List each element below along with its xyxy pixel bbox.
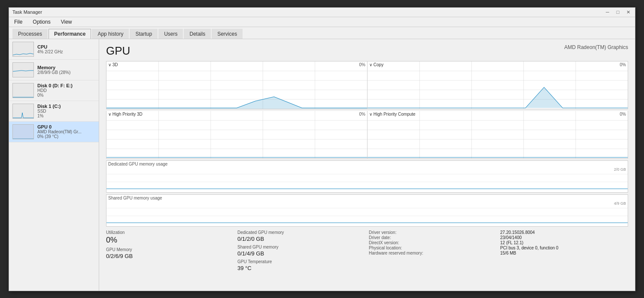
svg-rect-14 <box>106 108 367 109</box>
svg-rect-33 <box>368 111 628 158</box>
window-title: Task Manager <box>12 9 42 15</box>
tab-performance[interactable]: Performance <box>49 29 91 39</box>
disk1-info: Disk 1 (C:) SSD 1% <box>37 104 95 118</box>
stat-shared-label: Shared GPU memory <box>237 245 365 249</box>
chart-copy-pct: 0% <box>620 62 626 67</box>
svg-rect-15 <box>368 61 628 109</box>
menu-bar: File Options View <box>9 17 635 27</box>
gpu0-name: GPU 0 <box>37 124 95 129</box>
menu-file[interactable]: File <box>12 18 24 26</box>
chart-copy-collapse[interactable]: ∨ <box>369 62 372 67</box>
chart-hpc-svg <box>368 111 628 158</box>
shared-mem-capacity: 4/9 GB <box>614 201 626 206</box>
driver-date-row: Driver date: <box>369 235 497 240</box>
svg-rect-1 <box>13 63 34 77</box>
chart-3d-collapse[interactable]: ∨ <box>108 62 111 67</box>
disk1-sub: SSD <box>37 109 95 114</box>
driver-location-value: PCI bus 3, device 0, function 0 <box>500 246 559 250</box>
svg-rect-5 <box>106 61 367 109</box>
disk0-pct: 0% <box>37 93 95 98</box>
tab-startup[interactable]: Startup <box>130 29 158 39</box>
cpu-sub: 4% 2/22 GHz <box>37 49 95 54</box>
driver-version-value: 27.20.15026.8004 <box>500 230 535 235</box>
sidebar-item-disk1[interactable]: Disk 1 (C:) SSD 1% <box>9 101 99 122</box>
chart-hpc-collapse[interactable]: ∨ <box>369 112 372 117</box>
chart-3d-pct: 0% <box>359 62 365 67</box>
driver-info-left: Driver version: Driver date: DirectX ver… <box>369 230 497 271</box>
task-manager-window: Task Manager ─ □ ✕ File Options View Pro… <box>9 7 635 291</box>
driver-reserved-value: 15/6 MB <box>500 251 516 255</box>
stat-dedicated: Dedicated GPU memory 0/1/2/0 GB Shared G… <box>237 230 365 271</box>
gpu0-pct: 0% (39 °C) <box>37 134 95 139</box>
svg-rect-24 <box>106 111 367 158</box>
disk0-sub: HDD <box>37 88 95 93</box>
disk0-graph <box>13 83 34 98</box>
memory-info: Memory 2/8/9/9 GB (28%) <box>37 65 95 75</box>
charts-top-row: ∨ 3D 0% <box>106 61 628 109</box>
stat-gpu-memory-value: 0/2/6/9 GB <box>106 253 234 259</box>
title-bar: Task Manager ─ □ ✕ <box>9 8 635 17</box>
sidebar-item-memory[interactable]: Memory 2/8/9/9 GB (28%) <box>9 60 99 80</box>
cpu-info: CPU 4% 2/22 GHz <box>37 44 95 54</box>
driver-version-label: Driver version: <box>369 230 396 235</box>
driver-reserved-val-row: 15/6 MB <box>500 251 628 255</box>
driver-version-row: Driver version: <box>369 230 497 235</box>
disk1-name: Disk 1 (C:) <box>37 104 95 109</box>
chart-hp3d-svg <box>106 111 367 158</box>
chart-hp3d-collapse[interactable]: ∨ <box>108 112 111 117</box>
tab-details[interactable]: Details <box>184 29 211 39</box>
driver-date-value: 23/04/1400 <box>500 235 522 240</box>
disk0-info: Disk 0 (D: F: E:) HDD 0% <box>37 83 95 98</box>
driver-location-label: Physical location: <box>369 246 402 250</box>
svg-rect-3 <box>13 104 34 119</box>
stat-dedicated-label: Dedicated GPU memory <box>237 230 365 235</box>
shared-mem-section: Shared GPU memory usage 4/9 GB <box>106 194 628 227</box>
gpu0-sub: AMD Radeon(TM) Gr... <box>37 129 95 134</box>
chart-3d-svg <box>106 61 367 109</box>
driver-directx-value: 12 (FL 12.1) <box>500 240 523 245</box>
chart-copy-svg <box>368 61 628 109</box>
svg-rect-45 <box>106 200 628 224</box>
chart-hpc: ∨ High Priority Compute 0% <box>367 111 628 159</box>
driver-date-label: Driver date: <box>369 235 391 240</box>
memory-name: Memory <box>37 65 95 70</box>
disk0-thumb <box>12 83 34 98</box>
stat-temp-label: GPU Temperature <box>237 259 365 264</box>
driver-version-val-row: 27.20.15026.8004 <box>500 230 628 235</box>
driver-reserved-label: Hardware reserved memory: <box>369 251 423 255</box>
tab-users[interactable]: Users <box>158 29 183 39</box>
stats-grid: Utilization 0% GPU Memory 0/2/6/9 GB Ded… <box>106 230 628 271</box>
gpu0-graph <box>13 125 34 139</box>
sidebar-item-gpu0[interactable]: GPU 0 AMD Radeon(TM) Gr... 0% (39 °C) <box>9 122 99 142</box>
dedicated-mem-svg <box>106 166 628 190</box>
tabs-bar: Processes Performance App history Startu… <box>9 27 635 39</box>
cpu-graph <box>13 42 34 57</box>
maximize-button[interactable]: □ <box>614 9 621 15</box>
cpu-thumb <box>12 42 34 57</box>
minimize-button[interactable]: ─ <box>604 9 611 15</box>
sidebar-item-disk0[interactable]: Disk 0 (D: F: E:) HDD 0% <box>9 80 99 101</box>
memory-sub: 2/8/9/9 GB (28%) <box>37 70 95 75</box>
chart-copy: ∨ Copy 0% <box>367 61 628 109</box>
chart-hp3d: ∨ High Priority 3D 0% <box>106 111 367 159</box>
charts-bottom-row: ∨ High Priority 3D 0% <box>106 111 628 159</box>
chart-copy-label: ∨ Copy <box>369 62 383 67</box>
tab-services[interactable]: Services <box>212 29 243 39</box>
dedicated-mem-capacity: 2/0 GB <box>614 167 626 172</box>
chart-3d-label: ∨ 3D <box>108 62 118 67</box>
dedicated-mem-label: Dedicated GPU memory usage <box>106 161 628 166</box>
menu-view[interactable]: View <box>59 18 74 26</box>
close-button[interactable]: ✕ <box>625 9 632 15</box>
gpu-title: GPU <box>106 44 130 58</box>
tab-app-history[interactable]: App history <box>92 29 129 39</box>
stat-dedicated-value: 0/1/2/0 GB <box>237 236 365 242</box>
disk1-thumb <box>12 104 34 119</box>
menu-options[interactable]: Options <box>31 18 52 26</box>
stat-temp-value: 39 °C <box>237 265 365 271</box>
shared-mem-svg <box>106 200 628 224</box>
svg-rect-42 <box>106 166 628 190</box>
driver-location-val-row: PCI bus 3, device 0, function 0 <box>500 246 628 250</box>
tab-processes[interactable]: Processes <box>12 29 48 39</box>
sidebar-item-cpu[interactable]: CPU 4% 2/22 GHz <box>9 39 99 60</box>
driver-reserved-row: Hardware reserved memory: <box>369 251 497 255</box>
